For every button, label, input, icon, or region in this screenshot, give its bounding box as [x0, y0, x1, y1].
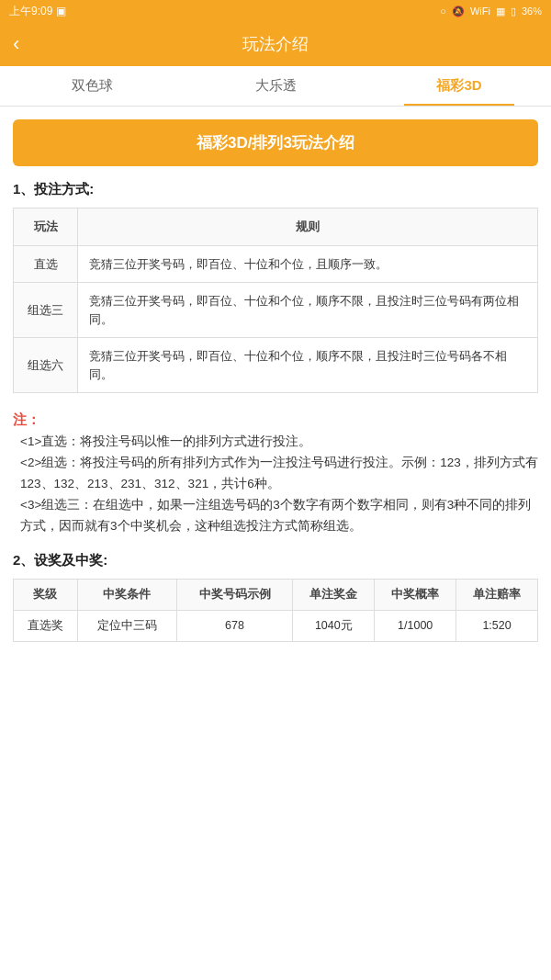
back-button[interactable]: ‹ [13, 32, 19, 56]
battery-icon: ▯ [511, 6, 516, 17]
signal-icon: ▣ [56, 5, 66, 17]
game-name-zuoxuan3: 组选三 [14, 283, 78, 338]
banner: 福彩3D/排列3玩法介绍 [13, 119, 538, 166]
status-icons: ○ 🔕 WiFi ▦ ▯ 36% [440, 6, 542, 17]
tab-daleto[interactable]: 大乐透 [184, 66, 367, 106]
prize-col-example: 中奖号码示例 [176, 579, 293, 610]
game-name-zuoxuan6: 组选六 [14, 338, 78, 393]
alarm-icon: ○ [440, 6, 446, 17]
header-title: 玩法介绍 [242, 33, 309, 55]
notes-section: 注： <1>直选：将投注号码以惟一的排列方式进行投注。 <2>组选：将投注号码的… [13, 408, 538, 537]
game-rules-table: 玩法 规则 直选 竞猜三位开奖号码，即百位、十位和个位，且顺序一致。 组选三 竞… [13, 208, 538, 393]
wifi-icon: WiFi [470, 6, 490, 17]
prize-table: 奖级 中奖条件 中奖号码示例 单注奖金 中奖概率 单注赔率 直选奖 定位中三码 … [13, 579, 538, 642]
time-display: 上午9:09 [9, 4, 52, 19]
table-row: 组选六 竞猜三位开奖号码，即百位、十位和个位，顺序不限，且投注时三位号码各不相同… [14, 338, 538, 393]
prize-col-level: 奖级 [14, 579, 78, 610]
status-time: 上午9:09 ▣ [9, 4, 66, 19]
notes-label: 注： [13, 411, 40, 427]
table-row: 直选 竞猜三位开奖号码，即百位、十位和个位，且顺序一致。 [14, 245, 538, 283]
battery-level: 36% [522, 6, 542, 17]
prize-row: 直选奖 定位中三码 678 1040元 1/1000 1:520 [14, 610, 538, 641]
section2-title: 2、设奖及中奖: [13, 552, 538, 569]
prize-col-amount: 单注奖金 [293, 579, 375, 610]
prize-level: 直选奖 [14, 610, 78, 641]
prize-odds: 1/1000 [375, 610, 456, 641]
bell-icon: 🔕 [452, 6, 465, 17]
note-item-2: <2>组选：将投注号码的所有排列方式作为一注投注号码进行投注。示例：123，排列… [20, 453, 538, 495]
game-rule-zhixuan: 竞猜三位开奖号码，即百位、十位和个位，且顺序一致。 [78, 245, 538, 283]
banner-title: 福彩3D/排列3玩法介绍 [197, 134, 354, 152]
prize-col-payout: 单注赔率 [456, 579, 538, 610]
status-bar: 上午9:09 ▣ ○ 🔕 WiFi ▦ ▯ 36% [0, 0, 551, 22]
tab-fucai3d[interactable]: 福彩3D [367, 66, 551, 106]
note-item-1: <1>直选：将投注号码以惟一的排列方式进行投注。 [20, 432, 538, 453]
prize-amount: 1040元 [293, 610, 375, 641]
prize-col-odds: 中奖概率 [375, 579, 456, 610]
table-row: 组选三 竞猜三位开奖号码，即百位、十位和个位，顺序不限，且投注时三位号码有两位相… [14, 283, 538, 338]
tab-shuangseqiu[interactable]: 双色球 [0, 66, 184, 106]
prize-example: 678 [176, 610, 293, 641]
game-rule-zuoxuan3: 竞猜三位开奖号码，即百位、十位和个位，顺序不限，且投注时三位号码有两位相同。 [78, 283, 538, 338]
col-header-rule: 规则 [78, 208, 538, 246]
game-rule-zuoxuan6: 竞猜三位开奖号码，即百位、十位和个位，顺序不限，且投注时三位号码各不相同。 [78, 338, 538, 393]
prize-condition: 定位中三码 [77, 610, 176, 641]
prize-col-condition: 中奖条件 [77, 579, 176, 610]
prize-payout: 1:520 [456, 610, 538, 641]
note-item-3: <3>组选三：在组选中，如果一注组选号码的3个数字有两个数字相同，则有3种不同的… [20, 495, 538, 537]
game-name-zhixuan: 直选 [14, 245, 78, 283]
header: ‹ 玩法介绍 [0, 22, 551, 66]
signal-icon2: ▦ [496, 6, 505, 17]
tab-bar: 双色球 大乐透 福彩3D [0, 66, 551, 107]
col-header-game: 玩法 [14, 208, 78, 246]
section1-title: 1、投注方式: [13, 181, 538, 198]
main-content: 福彩3D/排列3玩法介绍 1、投注方式: 玩法 规则 直选 竞猜三位开奖号码，即… [0, 107, 551, 660]
